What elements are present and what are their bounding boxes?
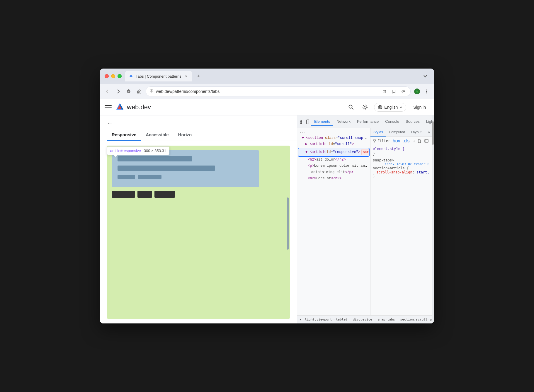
devtools-tabs: Elements Network Performance Console Sou…: [311, 117, 432, 126]
reload-button[interactable]: [125, 87, 133, 96]
devtools-tab-elements[interactable]: Elements: [311, 117, 333, 126]
language-chevron-icon: [399, 106, 402, 109]
secure-icon: [149, 89, 154, 94]
element-tooltip: article#responsive 300 × 353.31: [107, 146, 169, 155]
language-button[interactable]: English: [374, 103, 406, 112]
home-button[interactable]: [135, 87, 143, 96]
preview-tab-btn-3: [154, 191, 175, 198]
scroll-badge: scroll: [361, 149, 369, 156]
preview-tab-btn-1: [112, 191, 135, 198]
devtools-tab-console[interactable]: Console: [382, 117, 402, 126]
filter-cls-button[interactable]: .cls: [403, 138, 410, 144]
status-item-2[interactable]: snap-tabs: [376, 317, 397, 322]
styles-tab-layout[interactable]: Layout: [408, 128, 424, 137]
filter-sidebar-button[interactable]: [424, 138, 429, 144]
open-in-new-tab-icon[interactable]: [381, 88, 388, 95]
dom-tree-dots: ...: [297, 129, 370, 135]
status-item-1[interactable]: div.device: [351, 317, 374, 322]
svg-marker-0: [129, 74, 133, 77]
active-tab[interactable]: Tabs | Component patterns ✕: [125, 71, 192, 81]
preview-content-box: [112, 150, 259, 187]
style-rule-snap-tabs: snap-tabs> index_1c583…8e.frame:50 secti…: [373, 158, 429, 178]
svg-point-12: [426, 92, 427, 93]
filter-copy-button[interactable]: [416, 138, 422, 144]
svg-point-16: [349, 105, 352, 108]
scrollbar-indicator: [287, 197, 289, 249]
devtools-tab-sources[interactable]: Sources: [403, 117, 423, 126]
tooltip-dimensions: 300 × 353.31: [144, 149, 166, 153]
preview-tab-btn-2: [137, 191, 152, 198]
style-rule-element: element.style { }: [373, 147, 429, 156]
web-dev-logo-icon: [115, 103, 125, 112]
tab-close-button[interactable]: ✕: [184, 74, 188, 79]
profile-avatar[interactable]: 🦎: [413, 87, 421, 96]
status-item-0[interactable]: light.viewport--tablet: [303, 317, 349, 322]
hamburger-menu-button[interactable]: [105, 104, 112, 111]
styles-panel: Styles Computed Layout » Filter :h: [370, 128, 432, 315]
svg-line-23: [363, 105, 364, 106]
styles-tabs: Styles Computed Layout »: [370, 128, 432, 137]
preview-bar-1: [118, 156, 192, 161]
devtools-tab-network[interactable]: Network: [334, 117, 353, 126]
styles-filter: Filter :hov .cls +: [370, 137, 432, 145]
inspect-element-button[interactable]: [300, 118, 304, 126]
close-window-button[interactable]: [105, 74, 109, 78]
filter-hov-button[interactable]: :hov: [391, 138, 400, 144]
devtools-toolbar: Elements Network Performance Console Sou…: [297, 115, 432, 128]
filter-plus-button[interactable]: +: [413, 139, 415, 143]
table-row[interactable]: <h2>Lore sf</h2>: [297, 175, 370, 182]
sign-in-button[interactable]: Sign in: [410, 103, 429, 111]
chrome-menu-button[interactable]: [422, 87, 431, 96]
maximize-window-button[interactable]: [118, 74, 122, 78]
table-row[interactable]: <p>Lorem ipsum dolor sit amet consectet: [297, 163, 370, 169]
site-logo[interactable]: web.dev: [115, 103, 151, 112]
browser-window: Tabs | Component patterns ✕ +: [100, 69, 434, 323]
svg-rect-7: [402, 91, 403, 92]
preview-small-bar-2: [138, 175, 161, 179]
preview-frame: [107, 146, 290, 319]
table-row[interactable]: <h2>sit dolor</h2>: [297, 157, 370, 163]
language-label: English: [384, 105, 398, 110]
extensions-icon[interactable]: [400, 88, 407, 95]
devtools-tab-lighthouse[interactable]: Lighthouse: [423, 117, 432, 126]
title-bar-right: [421, 72, 429, 80]
tab-bar: Tabs | Component patterns ✕ +: [125, 71, 418, 81]
back-button[interactable]: [103, 87, 112, 96]
scrollbar-thumb[interactable]: [432, 121, 434, 145]
minimize-window-button[interactable]: [111, 74, 115, 78]
bookmark-icon[interactable]: [390, 88, 397, 95]
svg-rect-33: [300, 122, 302, 124]
tab-title: Tabs | Component patterns: [136, 74, 181, 79]
svg-rect-44: [425, 139, 428, 142]
table-row[interactable]: ▼ <section class="scroll-snap-x">: [297, 135, 370, 141]
tab-accessible[interactable]: Accessible: [141, 129, 173, 141]
new-tab-button[interactable]: +: [194, 72, 203, 80]
svg-rect-32: [300, 120, 302, 122]
devtools-panel: Elements Network Performance Console Sou…: [297, 115, 432, 323]
svg-point-18: [364, 106, 366, 108]
table-row[interactable]: ▶ <article id="scroll">: [301, 141, 370, 147]
status-bar-left-arrow[interactable]: ◀: [300, 318, 301, 321]
styles-tab-computed[interactable]: Computed: [386, 128, 408, 137]
devtools-tab-performance[interactable]: Performance: [354, 117, 382, 126]
table-row[interactable]: adipisicing elit</p>: [297, 169, 370, 175]
selected-dom-row[interactable]: ▼ <article id="responsive"> scroll == $0: [298, 148, 369, 156]
back-navigation-button[interactable]: ←: [100, 115, 297, 129]
forward-button[interactable]: [114, 87, 122, 96]
right-scrollbar[interactable]: [432, 115, 434, 323]
address-bar[interactable]: web.dev/patterns/components/tabs: [146, 86, 411, 96]
styles-tab-styles[interactable]: Styles: [370, 128, 386, 137]
device-toolbar-button[interactable]: [305, 118, 310, 126]
tab-responsive[interactable]: Responsive: [107, 129, 141, 141]
tab-horizontal[interactable]: Horizo: [174, 129, 197, 141]
theme-toggle-button[interactable]: [360, 102, 370, 113]
preview-bar-row: [118, 175, 253, 179]
styles-tab-more[interactable]: »: [426, 128, 432, 137]
search-button[interactable]: [346, 102, 356, 113]
dom-tree[interactable]: ... ▼ <section class="scroll-snap-x"> ▶ …: [297, 128, 370, 315]
svg-marker-42: [373, 140, 376, 142]
status-item-3[interactable]: section.scroll-snap-x: [399, 317, 432, 322]
chevron-down-icon[interactable]: [421, 72, 429, 80]
address-text: web.dev/patterns/components/tabs: [156, 89, 379, 94]
style-source[interactable]: index_1c583…8e.frame:50: [385, 162, 429, 166]
